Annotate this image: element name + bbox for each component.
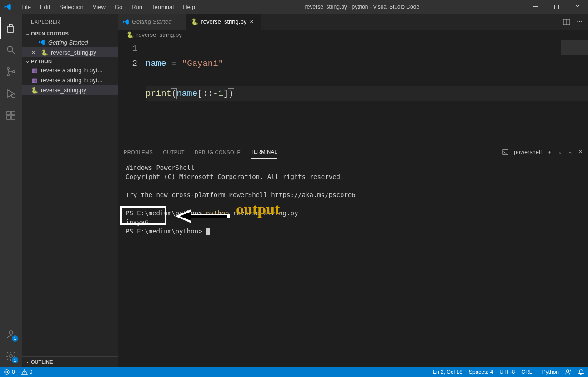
- minimap-viewport[interactable]: [561, 40, 588, 55]
- settings-badge: 1: [12, 357, 18, 363]
- titlebar: File Edit Selection View Go Run Terminal…: [0, 0, 588, 14]
- svg-point-2: [7, 46, 13, 52]
- accounts-badge: 1: [12, 335, 18, 342]
- activity-run-debug[interactable]: [0, 83, 22, 104]
- file-item-notebook-1[interactable]: ▦ reverse a string in pyt...: [22, 65, 118, 75]
- close-icon[interactable]: ✕: [249, 18, 256, 25]
- activity-extensions[interactable]: [0, 104, 22, 126]
- tab-reverse-string[interactable]: 🐍 reverse_string.py ✕: [186, 14, 261, 30]
- workspace-title: PYTHON: [31, 59, 52, 64]
- section-outline[interactable]: › OUTLINE: [22, 356, 118, 367]
- file-item-reverse-string[interactable]: 🐍 reverse_string.py: [22, 85, 118, 95]
- terminal-shell-icon[interactable]: [502, 149, 508, 155]
- code-editor[interactable]: 1 2 name = "Gayani" print(name[::-1]): [118, 40, 588, 144]
- open-editor-label: Getting Started: [48, 39, 88, 46]
- panel-tab-debug-console[interactable]: DEBUG CONSOLE: [195, 146, 241, 159]
- maximize-panel-icon[interactable]: ︿: [568, 149, 573, 155]
- explorer-title: EXPLORER: [31, 19, 106, 25]
- status-eol[interactable]: CRLF: [521, 369, 535, 375]
- file-item-notebook-2[interactable]: ▦ reverse a string in pyt...: [22, 75, 118, 85]
- status-encoding[interactable]: UTF-8: [499, 369, 515, 375]
- menu-selection[interactable]: Selection: [55, 2, 87, 12]
- menu-file[interactable]: File: [17, 2, 35, 12]
- svg-rect-8: [7, 116, 10, 119]
- close-panel-icon[interactable]: ✕: [578, 149, 583, 155]
- file-label: reverse a string in pyt...: [41, 67, 102, 74]
- token-string: "Gayani": [182, 59, 223, 69]
- python-icon: 🐍: [41, 49, 48, 56]
- status-bell-icon[interactable]: [578, 369, 584, 375]
- activity-explorer[interactable]: [0, 17, 22, 39]
- svg-rect-1: [555, 5, 559, 9]
- activity-search[interactable]: [0, 39, 22, 61]
- shell-name[interactable]: powershell: [514, 149, 542, 155]
- tab-label: Getting Started: [132, 18, 171, 25]
- minimap[interactable]: [561, 40, 588, 144]
- terminal-line: Try the new cross-platform PowerShell ht…: [126, 190, 581, 199]
- token-operator: =: [166, 59, 182, 69]
- terminal-line: Windows PowerShell: [126, 163, 581, 172]
- open-editor-getting-started[interactable]: Getting Started: [22, 37, 118, 47]
- token-bracket: [: [197, 89, 202, 99]
- menu-view[interactable]: View: [89, 2, 110, 12]
- section-workspace[interactable]: ⌄ PYTHON: [22, 57, 118, 65]
- vscode-logo-icon: [4, 3, 12, 11]
- explorer-more-icon[interactable]: ⋯: [106, 19, 111, 25]
- menu-go[interactable]: Go: [111, 2, 126, 12]
- terminal-content[interactable]: Windows PowerShell Copyright (C) Microso…: [118, 159, 588, 367]
- panel-tab-terminal[interactable]: TERMINAL: [251, 145, 277, 159]
- menu-run[interactable]: Run: [127, 2, 146, 12]
- tab-getting-started[interactable]: Getting Started ✕: [118, 14, 186, 30]
- token-paren: ): [228, 89, 233, 99]
- python-icon: 🐍: [31, 87, 38, 94]
- terminal-cursor: [206, 228, 210, 235]
- close-button[interactable]: [567, 0, 588, 14]
- status-errors-count: 0: [12, 369, 15, 375]
- editor-tabs: Getting Started ✕ 🐍 reverse_string.py ✕ …: [118, 14, 588, 30]
- menu-edit[interactable]: Edit: [36, 2, 54, 12]
- activity-accounts[interactable]: 1: [0, 323, 22, 345]
- notebook-icon: ▦: [31, 67, 38, 74]
- open-editor-label: reverse_string.py: [51, 49, 96, 56]
- menu-terminal[interactable]: Terminal: [147, 2, 178, 12]
- svg-point-21: [567, 370, 569, 372]
- panel-tab-problems[interactable]: PROBLEMS: [124, 146, 153, 159]
- menu-help[interactable]: Help: [179, 2, 199, 12]
- terminal-output-line: inayaG: [126, 218, 581, 227]
- status-cursor-position[interactable]: Ln 2, Col 18: [433, 369, 462, 375]
- token-identifier: name: [146, 59, 166, 69]
- code-content[interactable]: name = "Gayani" print(name[::-1]): [146, 41, 588, 144]
- panel-tab-output[interactable]: OUTPUT: [163, 146, 185, 159]
- svg-point-3: [7, 68, 9, 69]
- open-editor-reverse-string[interactable]: ✕ 🐍 reverse_string.py: [22, 47, 118, 57]
- status-language[interactable]: Python: [542, 369, 559, 375]
- section-open-editors[interactable]: ⌄ OPEN EDITORS: [22, 30, 118, 37]
- vscode-icon: [123, 19, 129, 25]
- status-feedback-icon[interactable]: [565, 369, 572, 375]
- token-colon: :: [208, 89, 213, 99]
- activity-settings[interactable]: 1: [0, 345, 22, 367]
- svg-rect-9: [11, 116, 15, 119]
- activity-bar: 1 1: [0, 14, 22, 367]
- status-errors[interactable]: 0: [4, 369, 15, 375]
- editor-more-icon[interactable]: ⋯: [577, 18, 583, 25]
- line-number: 2: [118, 56, 137, 71]
- terminal-dropdown-icon[interactable]: ⌄: [558, 149, 562, 155]
- new-terminal-icon[interactable]: ＋: [547, 149, 552, 155]
- sidebar-explorer: EXPLORER ⋯ ⌄ OPEN EDITORS Getting Starte…: [22, 14, 118, 367]
- activity-source-control[interactable]: [0, 61, 22, 83]
- window-controls: [525, 0, 588, 14]
- token-function: print: [146, 89, 171, 99]
- tab-label: reverse_string.py: [201, 18, 246, 25]
- close-icon[interactable]: ✕: [31, 49, 38, 56]
- status-warnings[interactable]: 0: [21, 369, 33, 375]
- split-editor-icon[interactable]: [563, 18, 570, 25]
- minimize-button[interactable]: [525, 0, 546, 14]
- svg-rect-7: [7, 111, 10, 115]
- token-bracket: ]: [223, 89, 228, 99]
- breadcrumb[interactable]: 🐍 reverse_string.py: [118, 30, 588, 40]
- token-paren: (: [171, 89, 176, 99]
- maximize-button[interactable]: [546, 0, 567, 14]
- status-indentation[interactable]: Spaces: 4: [469, 369, 493, 375]
- chevron-right-icon: ›: [24, 359, 31, 365]
